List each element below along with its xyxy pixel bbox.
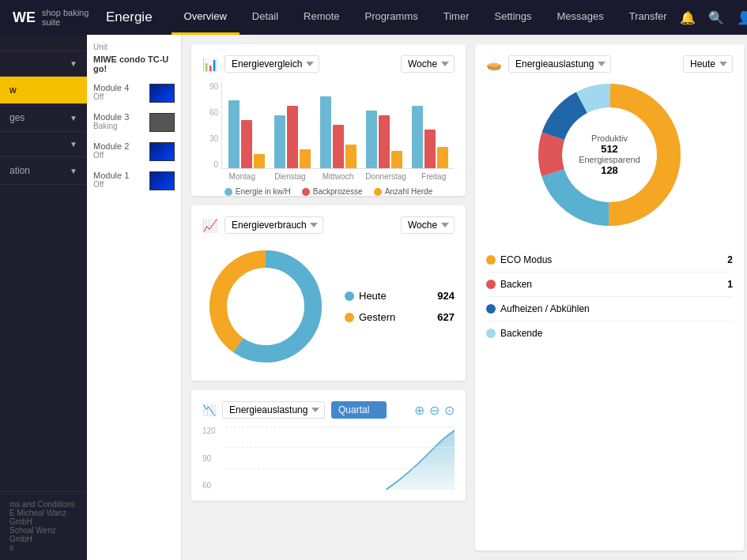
content-area: Unit MIWE condo TC-U go! Module 4 Off Mo…: [87, 35, 747, 560]
module-3[interactable]: Module 3 Baking: [93, 112, 175, 130]
sidebar-item-w[interactable]: w: [0, 77, 87, 104]
footer-company1: E Micheal Wanz GmbH: [9, 509, 77, 526]
sidebar-item-ges[interactable]: ges ▼: [0, 104, 87, 132]
energy-usage-panel: 📈 Energieverbrauch Woche: [191, 205, 466, 381]
heute-value: 924: [437, 290, 455, 302]
chevron-icon-ation: ▼: [70, 167, 77, 175]
legend-label-herde: Anzahl Herde: [385, 187, 433, 196]
sidebar-item-2[interactable]: ▼: [0, 51, 87, 77]
energy-load-donut-container: Produktiv 512 Energiesparend 128: [530, 76, 689, 234]
bar-donnerstag-red: [379, 115, 390, 168]
energy-compare-chart: 90 60 30 0: [202, 82, 455, 185]
bar-dienstag-red: [287, 106, 298, 168]
top-navigation: WE shop baking suite Energie Overview De…: [0, 0, 747, 35]
bell-icon[interactable]: 🔔: [680, 10, 696, 25]
main-layout: ▼ w ges ▼ ▼ ation ▼ ms and Conditions E …: [0, 35, 747, 560]
produktiv-value: 512: [579, 143, 640, 155]
zoom-minus-icon[interactable]: ⊖: [429, 403, 440, 418]
tab-messages[interactable]: Messages: [545, 0, 617, 35]
sidebar-label-w: w: [9, 85, 17, 96]
footer-terms: ms and Conditions: [9, 500, 77, 509]
logo-area: WE shop baking suite: [13, 8, 100, 27]
quarterly-chart: 120 90 60: [202, 427, 455, 490]
tab-detail[interactable]: Detail: [240, 0, 291, 35]
energiesparend-value: 128: [579, 164, 640, 176]
x-label-mittwoch: Mittwoch: [317, 172, 359, 181]
x-label-donnerstag: Donnerstag: [365, 172, 407, 181]
trendchart-icon: 📉: [202, 404, 216, 416]
sidebar-item-4[interactable]: ▼: [0, 132, 87, 157]
stat-backen-dot: [486, 280, 496, 289]
units-panel: Unit MIWE condo TC-U go! Module 4 Off Mo…: [87, 35, 182, 560]
bar-mittwoch-red: [333, 125, 344, 168]
chevron-icon-ges: ▼: [70, 114, 77, 122]
chevron-icon-2: ▼: [70, 59, 77, 68]
quarterly-select[interactable]: Energieauslastung: [222, 401, 325, 419]
gestern-label: Gestern: [359, 311, 395, 323]
unit-name: MIWE condo TC-U go!: [93, 54, 175, 73]
heute-label: Heute: [359, 290, 387, 302]
tab-timer[interactable]: Timer: [431, 0, 482, 35]
x-label-dienstag: Dienstag: [270, 172, 311, 181]
tab-settings[interactable]: Settings: [482, 0, 545, 35]
logo-we: WE: [13, 9, 36, 26]
energy-compare-period[interactable]: Woche: [401, 55, 455, 73]
x-label-montag: Montag: [221, 172, 263, 181]
energy-usage-period[interactable]: Woche: [401, 216, 455, 234]
quarterly-area: [386, 430, 455, 490]
bar-freitag: [412, 106, 448, 168]
energy-load-period[interactable]: Heute: [683, 55, 733, 73]
donut-center-legend: Produktiv 512 Energiesparend 128: [579, 133, 640, 176]
y-label-90: 90: [202, 82, 218, 91]
legend-backprozesse: Backprozesse: [302, 187, 363, 196]
stat-backen-label: Backen: [500, 279, 532, 290]
tab-remote[interactable]: Remote: [291, 0, 353, 35]
stat-aufheizen: Aufheizen / Abkühlen: [486, 297, 733, 321]
stat-aufheizen-dot: [486, 304, 496, 314]
module-4-image: [149, 84, 175, 103]
module-2-image: [149, 142, 175, 161]
energy-load-panel: 🥧 Energieauslastung Heute: [475, 44, 744, 551]
legend-dot-herde: [374, 188, 382, 196]
legend-dot-backprozesse: [302, 188, 310, 196]
energy-usage-select[interactable]: Energieverbrauch: [224, 216, 323, 234]
sidebar-item-ation[interactable]: ation ▼: [0, 157, 87, 185]
dashboard: 📊 Energievergleich Woche 90: [182, 35, 747, 560]
bar-montag-red: [241, 120, 252, 168]
tab-programms[interactable]: Programms: [353, 0, 431, 35]
sidebar-label-ges: ges: [9, 112, 25, 123]
quarterly-header: 📉 Energieauslastung Quartal ⊕ ⊖ ⊙: [202, 401, 455, 419]
module-2[interactable]: Module 2 Off: [93, 141, 175, 160]
stat-eco-dot: [486, 255, 496, 265]
zoom-reset-icon[interactable]: ⊙: [444, 403, 455, 418]
zoom-controls: ⊕ ⊖ ⊙: [414, 403, 455, 418]
bar-montag: [228, 100, 265, 168]
search-icon[interactable]: 🔍: [708, 10, 724, 25]
q-y-120: 120: [202, 427, 226, 435]
user-icon[interactable]: 👤: [737, 10, 747, 25]
energiesparend-label: Energiesparend: [579, 155, 640, 164]
produktiv-label: Produktiv: [579, 133, 640, 143]
energy-usage-donut: [202, 243, 329, 370]
energy-load-select[interactable]: Energieauslastung: [508, 55, 611, 73]
module-1[interactable]: Module 1 Off: [93, 171, 175, 189]
energy-stats: ECO Modus 2 Backen 1 A: [486, 248, 733, 345]
bar-montag-orange: [254, 154, 265, 168]
zoom-plus-icon[interactable]: ⊕: [414, 403, 424, 418]
legend-dot-energie: [224, 188, 232, 196]
tab-overview[interactable]: Overview: [172, 0, 240, 35]
stat-backen-value: 1: [727, 279, 733, 290]
chevron-icon-4: ▼: [70, 140, 77, 148]
energy-compare-header: 📊 Energievergleich Woche: [202, 55, 455, 73]
sidebar-item-1[interactable]: [0, 35, 87, 51]
stat-backende-dot: [486, 329, 496, 338]
gestern-dot: [345, 313, 354, 322]
module-4[interactable]: Module 4 Off: [93, 83, 175, 101]
quarterly-period[interactable]: Quartal: [331, 401, 387, 419]
sidebar-footer: ms and Conditions E Micheal Wanz GmbH Sc…: [0, 491, 87, 560]
tab-transfer[interactable]: Transfer: [617, 0, 680, 35]
chart-legend: Energie in kw/H Backprozesse Anzahl Herd…: [202, 187, 455, 196]
energy-compare-select[interactable]: Energievergleich: [224, 55, 319, 73]
sidebar-label-ation: ation: [9, 165, 30, 176]
bar-freitag-blue: [412, 106, 423, 168]
